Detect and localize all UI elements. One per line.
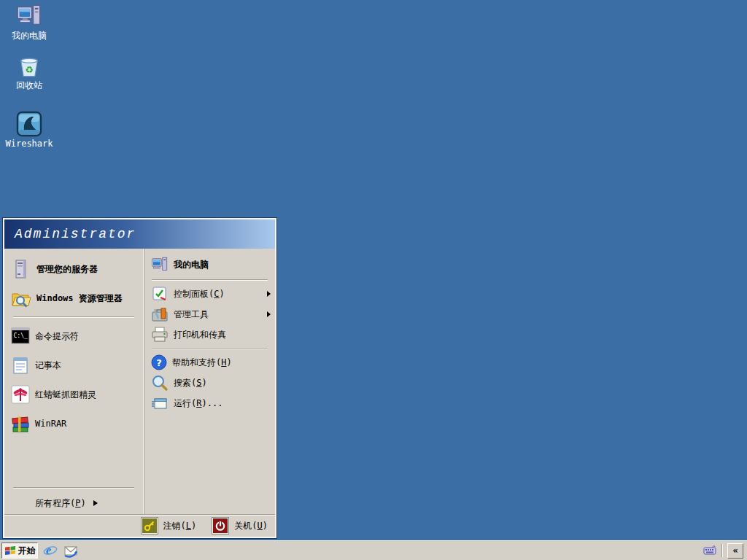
tray-collapse-button[interactable]: «: [727, 543, 743, 559]
start-menu-user-banner: Administrator: [4, 219, 275, 249]
submenu-arrow-icon: [267, 291, 271, 297]
menu-item-label: 红蜻蜓抓图精灵: [35, 389, 96, 401]
menu-item-label: 命令提示符: [35, 330, 79, 343]
start-menu-item-run[interactable]: 运行(R)...: [144, 393, 275, 413]
manage-server-icon: [11, 259, 31, 279]
start-menu-item-control-panel[interactable]: 控制面板(C): [144, 284, 275, 304]
desktop-icon-recycle-bin[interactable]: ♻ 回收站: [3, 52, 55, 90]
separator: [13, 487, 134, 489]
power-icon: [214, 519, 227, 532]
log-off-button[interactable]: [142, 518, 158, 534]
start-menu-footer: 注销(L) 关机(U): [4, 514, 275, 537]
menu-item-label: 管理您的服务器: [36, 263, 98, 276]
command-prompt-icon: C:\_: [11, 327, 30, 346]
menu-item-label: 搜索(S): [174, 377, 207, 389]
desktop-icon-wireshark[interactable]: Wireshark: [3, 111, 55, 149]
separator: [152, 279, 268, 281]
shut-down-button[interactable]: [212, 518, 228, 534]
quick-launch-outlook-express[interactable]: [63, 542, 79, 559]
desktop-icon-label: Wireshark: [5, 139, 53, 149]
help-icon: ?: [151, 354, 167, 370]
my-computer-icon: [151, 256, 169, 273]
printer-icon: [151, 326, 169, 343]
control-panel-icon: [151, 285, 169, 303]
start-menu-item-printers-and-faxes[interactable]: 打印机和传真: [144, 324, 275, 345]
svg-text:C:\_: C:\_: [14, 332, 28, 339]
separator: [152, 348, 268, 349]
user-name: Administrator: [15, 227, 136, 241]
shut-down-label[interactable]: 关机(U): [234, 520, 268, 532]
tray-separator: [721, 544, 722, 557]
windows-explorer-icon: [11, 288, 31, 308]
desktop: 我的电脑 ♻ 回收站 Wireshark Administrator: [0, 0, 747, 560]
submenu-arrow-icon: [267, 311, 271, 317]
menu-item-label: 帮助和支持(H): [172, 357, 232, 369]
my-computer-icon: [16, 3, 42, 29]
start-menu-item-administrative-tools[interactable]: 管理工具: [144, 304, 275, 324]
separator: [13, 316, 134, 318]
desktop-icon-my-computer[interactable]: 我的电脑: [3, 3, 55, 41]
wireshark-icon: [16, 111, 42, 137]
start-button[interactable]: 开始: [1, 542, 38, 559]
quick-launch-internet-explorer[interactable]: e: [42, 542, 58, 559]
start-menu-item-all-programs[interactable]: 所有程序(P): [4, 492, 143, 514]
menu-item-label: 运行(R)...: [174, 397, 222, 410]
winrar-icon: [11, 414, 30, 433]
start-menu-item-help-and-support[interactable]: ? 帮助和支持(H): [144, 352, 275, 373]
outlook-express-icon: [63, 543, 78, 558]
red-dragonfly-icon: [11, 385, 30, 404]
recycle-bin-icon: ♻: [16, 52, 42, 79]
notepad-icon: [11, 356, 30, 375]
start-menu-item-command-prompt[interactable]: C:\_ 命令提示符: [4, 322, 143, 351]
start-menu-right-column: 我的电脑 控制面板(C): [144, 249, 275, 514]
start-menu-item-winrar[interactable]: WinRAR: [4, 409, 143, 438]
all-programs-arrow-icon: [93, 500, 98, 506]
start-menu: Administrator 管理您的服务器: [2, 217, 277, 539]
administrative-tools-icon: [151, 306, 169, 323]
menu-item-label: 控制面板(C): [174, 288, 225, 300]
menu-item-label: 所有程序(P): [35, 497, 86, 510]
desktop-icon-label: 我的电脑: [12, 31, 47, 41]
menu-item-label: 打印机和传真: [174, 329, 226, 341]
start-menu-item-manage-your-server[interactable]: 管理您的服务器: [4, 254, 143, 284]
search-icon: [151, 374, 169, 392]
start-menu-item-search[interactable]: 搜索(S): [144, 373, 275, 393]
internet-explorer-icon: e: [43, 543, 58, 558]
menu-item-label: 我的电脑: [174, 259, 209, 271]
start-menu-item-my-computer[interactable]: 我的电脑: [144, 253, 275, 276]
system-tray: «: [703, 541, 747, 560]
start-menu-left-column: 管理您的服务器 Windows 资源管理器: [4, 249, 144, 514]
svg-text:♻: ♻: [26, 61, 33, 76]
svg-text:?: ?: [156, 357, 162, 368]
menu-item-label: 管理工具: [174, 308, 209, 321]
desktop-icon-label: 回收站: [16, 81, 42, 90]
start-menu-item-windows-explorer[interactable]: Windows 资源管理器: [4, 284, 143, 313]
log-off-label[interactable]: 注销(L): [163, 520, 197, 532]
start-menu-item-red-dragonfly-capture[interactable]: 红蜻蜓抓图精灵: [4, 380, 143, 409]
input-method-keyboard-icon[interactable]: [703, 545, 716, 556]
menu-item-label: WinRAR: [35, 419, 66, 429]
menu-item-label: 记事本: [35, 359, 61, 372]
log-off-key-icon: [143, 519, 156, 532]
windows-logo-icon: [4, 545, 16, 556]
start-button-label: 开始: [18, 545, 36, 557]
menu-item-label: Windows 资源管理器: [36, 292, 123, 305]
start-menu-item-notepad[interactable]: 记事本: [4, 351, 143, 380]
run-icon: [151, 394, 169, 412]
taskbar: 开始 e: [0, 540, 747, 560]
